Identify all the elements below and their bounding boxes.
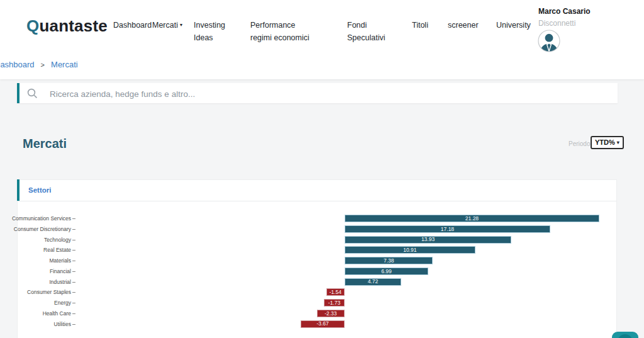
bar: 13.93 bbox=[345, 236, 511, 244]
bar-label: Real Estate bbox=[43, 247, 71, 253]
axis-tick bbox=[72, 218, 75, 219]
search-bar bbox=[17, 83, 618, 103]
bar-value: -1.73 bbox=[328, 300, 340, 306]
axis-tick bbox=[72, 229, 75, 230]
bar: -1.73 bbox=[324, 299, 345, 307]
page-title: Mercati bbox=[23, 137, 67, 151]
nav-item-screener[interactable]: screener bbox=[448, 19, 479, 31]
brand-logo[interactable]: Quantaste bbox=[26, 16, 108, 36]
axis-tick bbox=[72, 303, 75, 303]
bar-label: Technology bbox=[44, 237, 71, 243]
period-value: YTD% bbox=[595, 138, 615, 146]
bar: 10.91 bbox=[345, 246, 475, 254]
nav-item-dashboard[interactable]: Dashboard bbox=[113, 19, 152, 31]
nav-item-mercati[interactable]: Mercati▾ bbox=[152, 19, 182, 31]
bar: -1.54 bbox=[326, 288, 345, 296]
period-dropdown[interactable]: YTD%▾ bbox=[591, 136, 624, 149]
breadcrumb-mercati[interactable]: Mercati bbox=[51, 60, 78, 69]
bar-label: Materials bbox=[50, 257, 71, 264]
bar-value: 6.99 bbox=[381, 269, 392, 274]
nav-item-fondi-speculativi[interactable]: Fondi Speculativi bbox=[347, 19, 395, 44]
breadcrumb: Dashboard>Mercati bbox=[0, 60, 78, 69]
chat-widget-icon bbox=[618, 334, 633, 338]
bar-label: Utilities bbox=[54, 321, 71, 327]
search-input[interactable] bbox=[48, 83, 611, 104]
bar-label: Health Care bbox=[43, 310, 71, 317]
bar-value: 7.38 bbox=[384, 258, 394, 264]
bar-label: Consumer Discretionary bbox=[14, 226, 71, 232]
sector-bar-chart: Communication Services21.28Consumer Disc… bbox=[18, 201, 616, 338]
bar-value: 21.28 bbox=[465, 216, 479, 222]
page: Quantaste Dashboard Mercati▾ Investing I… bbox=[0, 0, 644, 338]
axis-tick bbox=[72, 250, 75, 251]
user-name: Marco Casario bbox=[538, 7, 591, 16]
bar-value: -2.33 bbox=[325, 311, 336, 317]
brand-logo-rest: uantaste bbox=[39, 16, 108, 35]
period-label: Periodo bbox=[569, 140, 590, 147]
bar-value: -1.54 bbox=[330, 290, 341, 295]
bar: 17.18 bbox=[345, 225, 550, 233]
bar: -2.33 bbox=[317, 310, 345, 317]
axis-tick bbox=[72, 292, 75, 293]
search-icon bbox=[27, 88, 38, 101]
axis-tick bbox=[72, 282, 75, 283]
settori-card-title[interactable]: Settori bbox=[28, 186, 51, 194]
bar: 21.28 bbox=[345, 215, 599, 222]
breadcrumb-dashboard[interactable]: Dashboard bbox=[0, 60, 35, 69]
bar-value: 17.18 bbox=[441, 227, 454, 232]
axis-tick bbox=[72, 271, 75, 272]
nav-item-university[interactable]: University bbox=[496, 19, 531, 31]
bar: 7.38 bbox=[345, 257, 433, 264]
logout-link[interactable]: Disconnetti bbox=[538, 19, 575, 28]
bar-label: Communication Services bbox=[12, 215, 71, 222]
axis-tick bbox=[72, 240, 75, 240]
top-navbar: Quantaste Dashboard Mercati▾ Investing I… bbox=[0, 0, 644, 79]
bar-label: Consumer Staples bbox=[27, 289, 71, 295]
axis-tick bbox=[72, 313, 75, 314]
chat-widget-button[interactable] bbox=[612, 332, 638, 338]
axis-tick bbox=[72, 324, 75, 325]
bar-label: Industrial bbox=[50, 279, 72, 285]
nav-item-investing-ideas[interactable]: Investing Ideas bbox=[194, 19, 233, 44]
user-avatar-icon[interactable] bbox=[538, 30, 560, 52]
bar-value: 4.72 bbox=[368, 279, 379, 284]
bar: 4.72 bbox=[345, 278, 401, 286]
settori-card: Settori Communication Services21.28Consu… bbox=[17, 179, 617, 338]
settori-card-header: Settori bbox=[18, 180, 616, 201]
bar-value: -3.67 bbox=[316, 321, 328, 327]
card-accent-bar bbox=[17, 179, 19, 201]
nav-item-mercati-label: Mercati bbox=[152, 21, 178, 30]
bar-value: 10.91 bbox=[403, 247, 416, 253]
bar: -3.67 bbox=[301, 320, 345, 328]
breadcrumb-separator: > bbox=[41, 61, 45, 69]
brand-logo-q: Q bbox=[26, 16, 39, 35]
bar-label: Financial bbox=[50, 268, 71, 274]
nav-item-performance-regimi[interactable]: Performance regimi economici bbox=[250, 19, 317, 44]
nav-item-titoli[interactable]: Titoli bbox=[412, 19, 428, 31]
bar-label: Energy bbox=[54, 300, 71, 306]
chevron-down-icon: ▾ bbox=[617, 140, 619, 145]
bar-value: 13.93 bbox=[421, 237, 435, 242]
bar: 6.99 bbox=[345, 268, 428, 275]
chevron-down-icon: ▾ bbox=[180, 22, 182, 28]
axis-tick bbox=[72, 261, 75, 261]
